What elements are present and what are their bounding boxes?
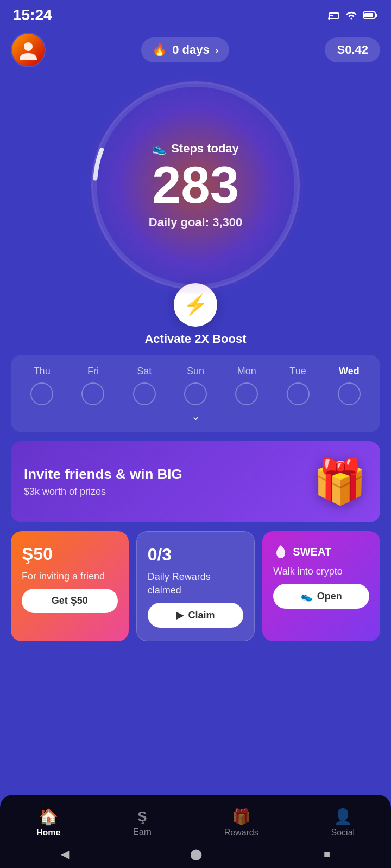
earn-icon: Ş (137, 808, 147, 825)
day-wed: Wed (338, 366, 361, 405)
cards-row: Ş50 For inviting a friend Get Ş50 0/3 Da… (0, 531, 391, 641)
nav-earn[interactable]: Ş Earn (122, 804, 162, 841)
home-icon: 🏠 (39, 808, 58, 826)
day-sat-label: Sat (137, 366, 152, 377)
day-sun: Sun (184, 366, 207, 405)
bottom-nav: 🏠 Home Ş Earn 🎁 Rewards 👤 Social ◀ ⬤ ■ (0, 795, 391, 868)
card-sweat-subtitle: Walk into crypto (273, 565, 369, 578)
get-s50-button[interactable]: Get Ş50 (22, 589, 118, 613)
social-icon: 👤 (333, 808, 352, 826)
nav-home[interactable]: 🏠 Home (26, 803, 71, 842)
card-invite-subtitle: For inviting a friend (22, 570, 118, 583)
day-mon-circle (235, 382, 258, 405)
claim-label: Claim (188, 610, 215, 621)
svg-point-6 (95, 85, 296, 286)
days-section: Thu Fri Sat Sun Mon Tue Wed ⌄ (11, 355, 380, 432)
svg-point-1 (328, 17, 330, 20)
card-sweat: SWEAT Walk into crypto 👟 Open (262, 531, 380, 641)
days-row: Thu Fri Sat Sun Mon Tue Wed (16, 366, 375, 405)
streak-badge[interactable]: 🔥 0 days › (141, 37, 229, 62)
day-tue-circle (287, 382, 310, 405)
get-s50-label: Get Ş50 (52, 595, 88, 607)
status-icons (328, 11, 378, 20)
avatar-image (12, 34, 45, 66)
nav-rewards-label: Rewards (224, 828, 258, 838)
streak-arrow-icon: › (215, 44, 219, 56)
sweat-logo: SWEAT (273, 544, 369, 559)
nav-social[interactable]: 👤 Social (320, 803, 366, 842)
invite-title: Invite friends & win BIG (24, 466, 182, 483)
day-tue: Tue (287, 366, 310, 405)
nav-rewards[interactable]: 🎁 Rewards (213, 803, 269, 842)
claim-button[interactable]: ▶ Claim (148, 603, 244, 628)
back-button[interactable]: ◀ (61, 847, 69, 860)
nav-earn-label: Earn (133, 827, 152, 837)
open-label: Open (317, 591, 342, 602)
nav-items: 🏠 Home Ş Earn 🎁 Rewards 👤 Social (0, 803, 391, 842)
rewards-icon: 🎁 (232, 808, 251, 826)
day-fri-circle (81, 382, 104, 405)
svg-point-5 (24, 42, 33, 51)
expand-chevron[interactable]: ⌄ (16, 405, 375, 427)
android-nav: ◀ ⬤ ■ (0, 842, 391, 864)
cast-icon (328, 11, 340, 20)
wifi-icon (345, 11, 357, 20)
shoe-open-icon: 👟 (301, 590, 313, 602)
play-icon: ▶ (176, 609, 184, 621)
step-circle-container: 👟 Steps today 283 Daily goal: 3,300 (0, 77, 391, 294)
day-sun-label: Sun (187, 366, 204, 377)
top-bar: 🔥 0 days › S0.42 (0, 28, 391, 72)
status-bar: 15:24 (0, 0, 391, 28)
recent-button[interactable]: ■ (324, 848, 330, 860)
day-sat: Sat (133, 366, 156, 405)
day-fri: Fri (81, 366, 104, 405)
card-rewards-subtitle: Daily Rewards claimed (148, 570, 244, 597)
day-mon-label: Mon (237, 366, 256, 377)
day-wed-circle (338, 382, 361, 405)
status-time: 15:24 (13, 7, 52, 24)
sweat-logo-text: SWEAT (293, 546, 331, 558)
avatar[interactable] (11, 33, 46, 67)
day-fri-label: Fri (87, 366, 99, 377)
balance-badge[interactable]: S0.42 (325, 37, 380, 62)
day-thu: Thu (30, 366, 53, 405)
invite-banner[interactable]: Invite friends & win BIG $3k worth of pr… (11, 441, 380, 522)
step-arc (87, 77, 304, 294)
gift-icon: 🎁 (313, 456, 367, 507)
nav-home-label: Home (36, 828, 60, 838)
boost-label: Activate 2X Boost (144, 332, 246, 346)
day-thu-circle (30, 382, 53, 405)
card-rewards-title: 0/3 (148, 545, 244, 565)
day-sat-circle (133, 382, 156, 405)
step-circle: 👟 Steps today 283 Daily goal: 3,300 (87, 77, 304, 294)
lightning-icon: ⚡ (184, 293, 208, 316)
day-wed-label: Wed (339, 366, 360, 377)
sweat-logo-icon (273, 544, 288, 559)
card-invite: Ş50 For inviting a friend Get Ş50 (11, 531, 129, 641)
day-sun-circle (184, 382, 207, 405)
streak-days: 0 days (172, 43, 210, 57)
day-thu-label: Thu (34, 366, 51, 377)
battery-icon (363, 11, 378, 20)
fire-icon: 🔥 (152, 43, 167, 57)
card-rewards: 0/3 Daily Rewards claimed ▶ Claim (136, 531, 255, 641)
svg-rect-3 (364, 13, 373, 17)
invite-text: Invite friends & win BIG $3k worth of pr… (24, 466, 182, 497)
home-button[interactable]: ⬤ (190, 847, 202, 860)
invite-subtitle: $3k worth of prizes (24, 486, 182, 497)
day-mon: Mon (235, 366, 258, 405)
nav-social-label: Social (331, 828, 355, 838)
card-invite-title: Ş50 (22, 544, 118, 564)
day-tue-label: Tue (289, 366, 306, 377)
open-button[interactable]: 👟 Open (273, 584, 369, 609)
svg-rect-4 (376, 14, 377, 17)
balance-amount: S0.42 (337, 43, 368, 56)
